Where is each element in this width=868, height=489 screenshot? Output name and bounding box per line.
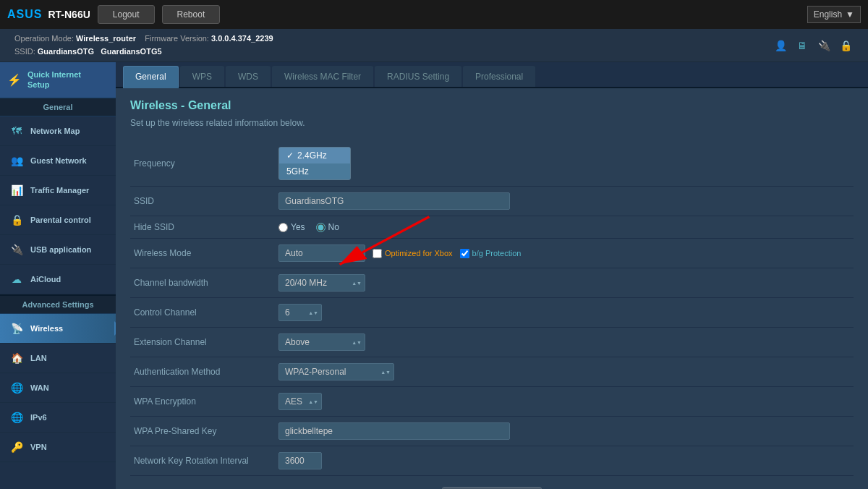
operation-mode-label: Operation Mode: (14, 34, 74, 43)
sidebar-label-vpn: VPN (30, 443, 47, 451)
chevron-down-icon: ▼ (846, 9, 854, 20)
sidebar-item-vpn[interactable]: 🔑 VPN (0, 433, 116, 462)
control-channel-select[interactable]: 6 (278, 304, 322, 321)
sidebar-item-traffic-manager[interactable]: 📊 Traffic Manager (0, 176, 116, 205)
usb-application-icon: 🔌 (9, 242, 25, 258)
monitor-icon[interactable]: 🖥 (794, 38, 810, 54)
auth-method-select[interactable]: WPA2-Personal (278, 363, 394, 380)
wpa-key-row: WPA Pre-Shared Key (130, 417, 854, 446)
sidebar-item-guest-network[interactable]: 👥 Guest Network (0, 146, 116, 176)
tab-wps[interactable]: WPS (180, 66, 224, 87)
wpa-key-input[interactable] (278, 422, 510, 440)
ipv6-icon: 🌐 (9, 409, 25, 425)
wireless-mode-select-wrapper: Auto (278, 244, 365, 262)
hide-ssid-no-radio[interactable] (316, 223, 326, 232)
vpn-icon: 🔑 (9, 439, 25, 455)
channel-bandwidth-select[interactable]: 20/40 MHz (278, 274, 365, 292)
ssid-input[interactable] (278, 192, 510, 210)
freq-option-5ghz[interactable]: 5GHz (279, 163, 350, 179)
frequency-value-cell: ✓ 2.4GHz 5GHz (275, 141, 854, 187)
tab-professional[interactable]: Professional (463, 66, 535, 87)
quick-internet-setup[interactable]: ⚡ Quick InternetSetup (0, 62, 116, 98)
lock-icon[interactable]: 🔒 (838, 38, 854, 54)
page-content: Wireless - General Set up the wireless r… (116, 88, 868, 489)
language-selector[interactable]: English ▼ (807, 6, 861, 23)
bg-protection-label[interactable]: b/g Protection (460, 249, 522, 258)
top-bar-left: ASUS RT-N66U Logout Reboot (7, 5, 220, 24)
page-title: Wireless - General (130, 99, 854, 112)
content-area: General WPS WDS Wireless MAC Filter RADI… (116, 62, 868, 489)
top-bar: ASUS RT-N66U Logout Reboot English ▼ (0, 0, 868, 29)
xbox-checkbox[interactable] (373, 249, 382, 258)
usb-icon[interactable]: 🔌 (816, 38, 832, 54)
language-label: English (814, 9, 842, 20)
operation-mode-value: Wireless_router (76, 34, 136, 43)
wireless-mode-value-cell: Auto Optimized for Xbox b/g Protection (275, 239, 854, 268)
control-channel-value-cell: 6 (275, 298, 854, 328)
channel-bandwidth-value-cell: 20/40 MHz (275, 268, 854, 298)
wpa-encryption-row: WPA Encryption AES (130, 387, 854, 417)
sidebar-label-wan: WAN (30, 383, 49, 392)
sidebar-item-ipv6[interactable]: 🌐 IPv6 (0, 403, 116, 433)
logout-button[interactable]: Logout (98, 5, 155, 24)
sidebar-label-usb-application: USB application (30, 245, 91, 254)
sidebar-item-network-map[interactable]: 🗺 Network Map (0, 116, 116, 146)
wpa-encryption-label: WPA Encryption (130, 387, 275, 417)
top-bar-right: English ▼ (807, 6, 861, 23)
wpa-encryption-select[interactable]: AES (278, 393, 322, 410)
sidebar-item-aicloud[interactable]: ☁ AiCloud (0, 265, 116, 294)
sidebar-item-lan[interactable]: 🏠 LAN (0, 344, 116, 373)
general-section-header: General (0, 98, 116, 116)
sidebar-label-wireless: Wireless (30, 324, 63, 333)
extension-channel-select[interactable]: Above (278, 333, 365, 351)
sidebar-item-wan[interactable]: 🌐 WAN (0, 373, 116, 403)
hide-ssid-yes-label[interactable]: Yes (278, 222, 305, 232)
ssid-label: SSID: (14, 47, 35, 56)
sidebar-item-wireless[interactable]: 📡 Wireless (0, 314, 116, 344)
checkmark-icon: ✓ (286, 150, 294, 161)
hide-ssid-no-label[interactable]: No (316, 222, 339, 232)
router-model: RT-N66U (48, 9, 90, 20)
hide-ssid-radio-group: Yes No (278, 222, 850, 232)
sidebar-item-usb-application[interactable]: 🔌 USB application (0, 235, 116, 265)
freq-2-4ghz-label: 2.4GHz (297, 150, 327, 161)
extension-channel-value-cell: Above (275, 328, 854, 357)
bg-protection-checkbox[interactable] (460, 249, 469, 258)
key-rotation-input[interactable] (278, 452, 322, 469)
sidebar-label-guest-network: Guest Network (30, 156, 87, 165)
frequency-dropdown-container: ✓ 2.4GHz 5GHz (278, 147, 351, 180)
apply-row: Apply (130, 476, 854, 489)
ssid-label: SSID (130, 187, 275, 216)
wireless-mode-select[interactable]: Auto (278, 244, 365, 262)
key-rotation-row: Network Key Rotation Interval (130, 446, 854, 476)
sidebar-label-network-map: Network Map (30, 127, 80, 135)
user-icon[interactable]: 👤 (773, 38, 788, 54)
wireless-mode-controls: Auto Optimized for Xbox b/g Protection (278, 244, 850, 262)
tab-mac-filter[interactable]: Wireless MAC Filter (272, 66, 373, 87)
sidebar-label-aicloud: AiCloud (30, 275, 61, 284)
tab-wds[interactable]: WDS (226, 66, 271, 87)
channel-bandwidth-row: Channel bandwidth 20/40 MHz (130, 268, 854, 298)
auth-method-row: Authentication Method WPA2-Personal (130, 357, 854, 387)
key-rotation-value-cell (275, 446, 854, 476)
control-channel-label: Control Channel (130, 298, 275, 328)
page-subtitle: Set up the wireless related information … (130, 118, 854, 128)
frequency-dropdown[interactable]: ✓ 2.4GHz 5GHz (278, 147, 351, 180)
quick-setup-icon: ⚡ (7, 73, 22, 87)
ssid-value2: GuardiansOTG5 (101, 47, 161, 56)
frequency-label: Frequency (130, 141, 275, 187)
traffic-manager-icon: 📊 (9, 182, 25, 198)
sidebar-item-parental-control[interactable]: 🔒 Parental control (0, 205, 116, 235)
wpa-key-label: WPA Pre-Shared Key (130, 417, 275, 446)
freq-option-2-4ghz[interactable]: ✓ 2.4GHz (279, 148, 350, 163)
parental-control-icon: 🔒 (9, 212, 25, 228)
hide-ssid-yes-text: Yes (291, 222, 305, 232)
extension-channel-label: Extension Channel (130, 328, 275, 357)
bg-protection-text: b/g Protection (472, 249, 522, 258)
reboot-button[interactable]: Reboot (162, 5, 221, 24)
xbox-checkbox-label[interactable]: Optimized for Xbox (373, 249, 453, 258)
tab-general[interactable]: General (123, 66, 179, 88)
hide-ssid-yes-radio[interactable] (278, 223, 288, 232)
auth-method-select-wrapper: WPA2-Personal (278, 363, 394, 380)
tab-radius[interactable]: RADIUS Setting (375, 66, 461, 87)
